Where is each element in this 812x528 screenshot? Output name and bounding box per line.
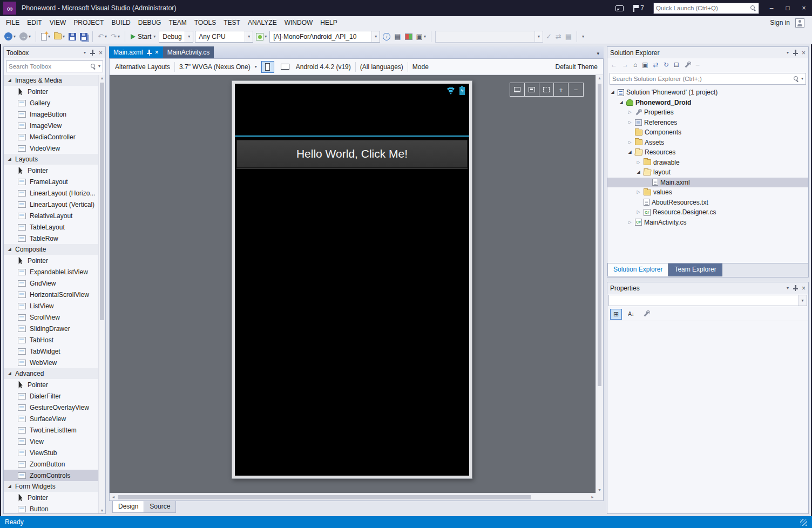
toolbar-sync-button[interactable]: ⇄ <box>554 32 563 41</box>
toolbar-list-button[interactable]: ▤ <box>564 32 573 41</box>
close-icon[interactable]: × <box>802 50 806 56</box>
resize-grip[interactable] <box>800 519 807 526</box>
editor-vertical-scrollbar[interactable]: ▲ ▼ <box>596 75 603 493</box>
caret-icon[interactable]: ▾ <box>105 35 107 39</box>
toolbox-item[interactable]: LinearLayout (Horizo... <box>4 187 98 199</box>
toolbox-item[interactable]: Pointer <box>4 255 98 266</box>
toolbox-item[interactable]: ExpandableListView <box>4 266 98 277</box>
tree-node[interactable]: ▷C#Resource.Designer.cs <box>607 207 808 218</box>
tree-node[interactable]: ◢Solution 'Phoneword' (1 project) <box>607 87 808 98</box>
tab-main-axml[interactable]: Main.axml × <box>109 46 163 58</box>
user-avatar-icon[interactable] <box>795 18 804 28</box>
toolbox-section-layouts[interactable]: ◢Layouts <box>4 154 98 165</box>
toolbox-item[interactable]: ListView <box>4 300 98 312</box>
android-device-button[interactable]: ▾ <box>255 32 268 42</box>
close-icon[interactable]: × <box>155 49 159 56</box>
expander-icon[interactable]: ▷ <box>635 160 641 165</box>
caret-icon[interactable]: ▾ <box>13 35 16 39</box>
alphabetical-button[interactable]: A↓ <box>625 309 637 320</box>
language-dropdown[interactable]: (All languages) <box>360 63 403 71</box>
toolbox-item[interactable]: SlidingDrawer <box>4 323 98 334</box>
expander-icon[interactable]: ◢ <box>610 90 615 94</box>
tree-node[interactable]: Main.axml <box>607 178 808 188</box>
toolbox-item[interactable]: ImageView <box>4 120 98 131</box>
expander-icon[interactable]: ◢ <box>627 150 633 154</box>
toolbox-item[interactable]: ViewStub <box>4 447 98 458</box>
zoom-out-button[interactable]: − <box>569 83 583 96</box>
tab-mainactivity-cs[interactable]: MainActivity.cs <box>163 46 214 58</box>
menu-test[interactable]: TEST <box>220 17 244 29</box>
expander-icon[interactable]: ▷ <box>635 210 641 214</box>
save-button[interactable] <box>67 32 77 42</box>
expander-icon[interactable]: ▷ <box>627 120 633 125</box>
tree-node[interactable]: Components <box>607 127 808 138</box>
solution-explorer-search[interactable]: ▾ <box>610 73 806 85</box>
design-tab[interactable]: Design <box>112 501 144 513</box>
window-position-icon[interactable]: ▾ <box>787 286 789 290</box>
menu-build[interactable]: BUILD <box>107 17 134 29</box>
hello-world-button[interactable]: Hello World, Click Me! <box>236 140 468 168</box>
navigate-forward-button[interactable]: →▾ <box>18 31 32 42</box>
toolbox-item[interactable]: GridView <box>4 277 98 289</box>
platform-dropdown[interactable]: Any CPU ▾ <box>195 31 253 43</box>
caret-icon[interactable]: ▾ <box>424 35 426 39</box>
toolbox-item[interactable]: TableRow <box>4 233 98 244</box>
properties-header[interactable]: Properties ▾ × <box>607 282 808 294</box>
notifications-button[interactable]: 7 <box>633 4 644 12</box>
portrait-button[interactable] <box>261 61 274 73</box>
maximize-button[interactable]: □ <box>780 0 796 16</box>
tree-node[interactable]: ◢layout <box>607 167 808 178</box>
caret-icon[interactable]: ▾ <box>63 35 65 39</box>
tree-node[interactable]: AboutResources.txt <box>607 198 808 208</box>
android-version-dropdown[interactable]: Android 4.4.2 (v19) <box>296 63 351 71</box>
tree-node[interactable]: ▷Properties <box>607 107 808 118</box>
android-sdk-manager-button[interactable]: ▤ <box>393 32 402 41</box>
toolbox-item[interactable]: GestureOverlayView <box>4 402 98 413</box>
expander-icon[interactable]: ▷ <box>627 110 633 114</box>
theme-dropdown[interactable]: Default Theme <box>556 63 598 71</box>
quick-launch-input[interactable] <box>656 5 750 11</box>
toolbox-item[interactable]: Button <box>4 503 98 513</box>
forward-button[interactable]: → <box>622 62 628 68</box>
window-position-icon[interactable]: ▾ <box>787 51 789 55</box>
toolbox-item[interactable]: HorizontalScrollView <box>4 289 98 300</box>
caret-icon[interactable]: ▾ <box>801 77 803 81</box>
minimize-button[interactable]: – <box>763 0 780 16</box>
actual-size-button[interactable] <box>525 83 539 96</box>
toolbox-section-composite[interactable]: ◢Composite <box>4 244 98 255</box>
toolbox-item[interactable]: TabWidget <box>4 346 98 357</box>
solution-explorer-tab[interactable]: Solution Explorer <box>607 263 668 276</box>
scroll-down-icon[interactable]: ▼ <box>596 488 603 492</box>
toolbox-item[interactable]: Pointer <box>4 86 98 97</box>
toolbox-item[interactable]: TwoLineListItem <box>4 424 98 436</box>
source-tab[interactable]: Source <box>144 501 176 513</box>
toolbox-item[interactable]: WebView <box>4 357 98 368</box>
window-position-icon[interactable]: ▾ <box>84 51 86 55</box>
scroll-left-icon[interactable]: ◄ <box>110 495 117 499</box>
tree-node[interactable]: ▷drawable <box>607 158 808 168</box>
toolbox-search-input[interactable] <box>9 63 89 70</box>
caret-icon[interactable]: ▾ <box>255 65 257 69</box>
preview-selected-button[interactable]: – <box>696 62 700 68</box>
caret-icon[interactable]: ▾ <box>118 35 120 39</box>
device-dropdown[interactable]: 3.7" WVGA (Nexus One) <box>179 63 251 71</box>
phone-screen[interactable]: ϟ Hello World, Click Me! <box>235 84 469 476</box>
toolbox-item[interactable]: SurfaceView <box>4 413 98 424</box>
device-target-dropdown[interactable]: [A]-MonoForAndroid_API_10 ▾ <box>269 31 380 43</box>
configuration-dropdown[interactable]: Debug ▾ <box>159 31 193 43</box>
start-debug-button[interactable]: Start ▾ <box>129 32 157 42</box>
scope-button[interactable]: ▣ <box>642 62 648 68</box>
categorized-button[interactable]: ⊞ <box>610 309 622 320</box>
tree-node[interactable]: ▷References <box>607 118 808 128</box>
pin-icon[interactable] <box>146 50 152 56</box>
toolbox-item[interactable]: Pointer <box>4 165 98 176</box>
caret-icon[interactable]: ▾ <box>48 35 50 39</box>
solution-explorer-header[interactable]: Solution Explorer ▾ × <box>607 47 808 58</box>
back-button[interactable]: ← <box>611 62 617 68</box>
toolbar-options-button[interactable]: ▾ <box>581 33 585 40</box>
android-emulator-manager-button[interactable] <box>404 32 414 41</box>
properties-object-dropdown[interactable]: ▾ <box>608 295 807 306</box>
design-surface[interactable]: ϟ Hello World, Click Me! + − <box>110 75 596 493</box>
toolbox-scrollbar[interactable]: ▲ ▼ <box>98 75 105 513</box>
toolbox-item[interactable]: VideoView <box>4 143 98 154</box>
